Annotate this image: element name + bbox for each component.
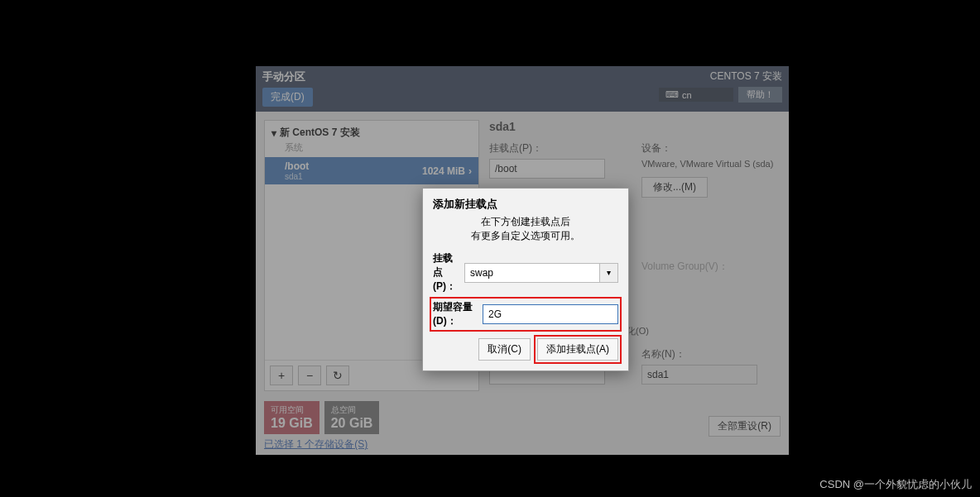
name-input[interactable] <box>641 365 757 385</box>
mount-label: 挂载点(P)： <box>489 141 625 155</box>
dialog-message: 在下方创建挂载点后 有更多自定义选项可用。 <box>433 215 618 243</box>
dialog-mount-label: 挂载点(P)： <box>433 251 458 294</box>
add-partition-button[interactable]: + <box>270 366 293 385</box>
partition-size: 1024 MiB › <box>422 165 472 177</box>
keyboard-indicator[interactable]: ⌨ cn <box>659 88 733 102</box>
vg-label: Volume Group(V)： <box>641 260 777 274</box>
keyboard-icon: ⌨ <box>665 89 679 100</box>
dialog-size-field[interactable] <box>483 304 618 324</box>
dropdown-icon[interactable]: ▾ <box>600 263 618 283</box>
dialog-size-input[interactable] <box>483 304 618 324</box>
cancel-button[interactable]: 取消(C) <box>478 338 531 361</box>
dialog-size-label: 期望容量(D)： <box>433 300 476 328</box>
available-space-box: 可用空间 19 GiB <box>264 401 319 434</box>
storage-devices-link[interactable]: 已选择 1 个存储设备(S) <box>264 437 368 452</box>
watermark: CSDN @一个外貌忧虑的小伙儿 <box>819 477 972 492</box>
modify-button[interactable]: 修改...(M) <box>641 177 708 198</box>
partition-row-boot[interactable]: /boot sda1 1024 MiB › <box>265 157 478 184</box>
dialog-mount-combo[interactable]: ▾ <box>464 263 618 283</box>
add-mountpoint-button[interactable]: 添加挂载点(A) <box>537 338 618 361</box>
add-mountpoint-dialog: 添加新挂载点 在下方创建挂载点后 有更多自定义选项可用。 挂载点(P)： ▾ 期… <box>422 188 629 371</box>
tree-header[interactable]: ▾ 新 CentOS 7 安装 <box>265 121 478 141</box>
reload-button[interactable]: ↻ <box>326 366 349 385</box>
help-button[interactable]: 帮助！ <box>738 87 782 103</box>
dialog-mount-input[interactable] <box>464 263 600 283</box>
mount-input[interactable] <box>489 159 605 179</box>
done-button[interactable]: 完成(D) <box>262 88 313 107</box>
remove-partition-button[interactable]: − <box>298 366 321 385</box>
partition-mount: /boot <box>285 160 309 172</box>
chevron-down-icon: ▾ <box>271 127 276 139</box>
installer-name: CENTOS 7 安装 <box>710 69 782 84</box>
dialog-size-row: 期望容量(D)： <box>430 297 622 332</box>
devices-label: 设备： <box>641 141 777 155</box>
header-bar: 手动分区 完成(D) CENTOS 7 安装 ⌨ cn 帮助！ <box>256 66 789 112</box>
name-label: 名称(N)： <box>641 347 777 361</box>
chevron-right-icon: › <box>468 165 472 177</box>
footer: 可用空间 19 GiB 总空间 20 GiB 已选择 1 个存储设备(S) 全部… <box>256 396 789 460</box>
detail-title: sda1 <box>489 120 777 133</box>
reset-all-button[interactable]: 全部重设(R) <box>709 416 781 437</box>
total-space-box: 总空间 20 GiB <box>324 401 380 434</box>
page-title: 手动分区 <box>262 69 313 84</box>
tree-subheader: 系统 <box>265 141 478 157</box>
dialog-title: 添加新挂载点 <box>433 197 618 212</box>
partition-device: sda1 <box>285 172 309 181</box>
devices-value: VMware, VMware Virtual S (sda) <box>641 159 777 169</box>
